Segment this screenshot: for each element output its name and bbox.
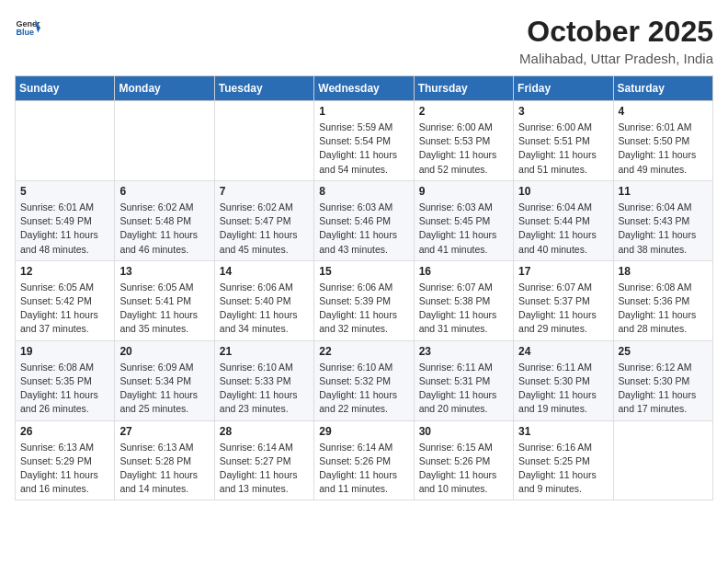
day-number: 29 — [319, 425, 408, 438]
day-info: Sunrise: 6:15 AMSunset: 5:26 PMDaylight:… — [419, 441, 508, 497]
logo-icon: General Blue — [15, 15, 40, 40]
day-info: Sunrise: 6:07 AMSunset: 5:37 PMDaylight:… — [518, 281, 608, 337]
calendar-week-row: 26Sunrise: 6:13 AMSunset: 5:29 PMDayligh… — [16, 420, 713, 500]
calendar-cell: 17Sunrise: 6:07 AMSunset: 5:37 PMDayligh… — [514, 260, 613, 340]
calendar-cell: 15Sunrise: 6:06 AMSunset: 5:39 PMDayligh… — [314, 260, 414, 340]
day-number: 9 — [419, 185, 508, 198]
day-info: Sunrise: 6:12 AMSunset: 5:30 PMDaylight:… — [619, 361, 708, 417]
calendar-week-row: 12Sunrise: 6:05 AMSunset: 5:42 PMDayligh… — [16, 260, 713, 340]
day-info: Sunrise: 6:14 AMSunset: 5:27 PMDaylight:… — [220, 441, 309, 497]
day-number: 15 — [319, 265, 408, 278]
day-info: Sunrise: 6:05 AMSunset: 5:41 PMDaylight:… — [119, 281, 209, 337]
day-info: Sunrise: 6:00 AMSunset: 5:53 PMDaylight:… — [419, 121, 508, 177]
day-number: 8 — [319, 185, 408, 198]
day-number: 7 — [220, 185, 309, 198]
calendar-week-row: 19Sunrise: 6:08 AMSunset: 5:35 PMDayligh… — [16, 340, 713, 420]
calendar-week-row: 1Sunrise: 5:59 AMSunset: 5:54 PMDaylight… — [16, 101, 713, 181]
location-title: Malihabad, Uttar Pradesh, India — [519, 51, 713, 66]
calendar-week-row: 5Sunrise: 6:01 AMSunset: 5:49 PMDaylight… — [16, 180, 713, 260]
calendar-cell: 30Sunrise: 6:15 AMSunset: 5:26 PMDayligh… — [414, 420, 513, 500]
day-number: 26 — [20, 425, 109, 438]
calendar-cell: 31Sunrise: 6:16 AMSunset: 5:25 PMDayligh… — [514, 420, 613, 500]
day-info: Sunrise: 6:10 AMSunset: 5:33 PMDaylight:… — [220, 361, 309, 417]
calendar-cell: 12Sunrise: 6:05 AMSunset: 5:42 PMDayligh… — [16, 260, 115, 340]
day-number: 4 — [619, 105, 708, 118]
day-info: Sunrise: 6:11 AMSunset: 5:31 PMDaylight:… — [419, 361, 508, 417]
calendar-cell: 5Sunrise: 6:01 AMSunset: 5:49 PMDaylight… — [16, 180, 115, 260]
calendar-cell: 14Sunrise: 6:06 AMSunset: 5:40 PMDayligh… — [214, 260, 313, 340]
title-area: October 2025 Malihabad, Uttar Pradesh, I… — [519, 15, 713, 66]
day-number: 16 — [419, 265, 508, 278]
weekday-header-thursday: Thursday — [414, 76, 513, 101]
calendar-cell: 8Sunrise: 6:03 AMSunset: 5:46 PMDaylight… — [314, 180, 414, 260]
calendar-cell: 26Sunrise: 6:13 AMSunset: 5:29 PMDayligh… — [16, 420, 115, 500]
day-number: 18 — [619, 265, 708, 278]
calendar-cell: 22Sunrise: 6:10 AMSunset: 5:32 PMDayligh… — [314, 340, 414, 420]
weekday-header-saturday: Saturday — [613, 76, 712, 101]
weekday-header-friday: Friday — [514, 76, 613, 101]
day-info: Sunrise: 6:13 AMSunset: 5:29 PMDaylight:… — [20, 441, 109, 497]
day-info: Sunrise: 6:05 AMSunset: 5:42 PMDaylight:… — [20, 281, 109, 337]
day-number: 14 — [220, 265, 309, 278]
calendar-cell: 21Sunrise: 6:10 AMSunset: 5:33 PMDayligh… — [214, 340, 313, 420]
calendar-cell: 29Sunrise: 6:14 AMSunset: 5:26 PMDayligh… — [314, 420, 414, 500]
day-info: Sunrise: 6:04 AMSunset: 5:44 PMDaylight:… — [518, 201, 608, 257]
weekday-header-sunday: Sunday — [16, 76, 115, 101]
calendar-cell: 28Sunrise: 6:14 AMSunset: 5:27 PMDayligh… — [214, 420, 313, 500]
day-number: 19 — [20, 345, 109, 358]
weekday-header-monday: Monday — [115, 76, 214, 101]
calendar-cell: 16Sunrise: 6:07 AMSunset: 5:38 PMDayligh… — [414, 260, 513, 340]
calendar-cell — [613, 420, 712, 500]
day-number: 28 — [220, 425, 309, 438]
day-number: 31 — [518, 425, 608, 438]
day-info: Sunrise: 6:03 AMSunset: 5:46 PMDaylight:… — [319, 201, 408, 257]
day-info: Sunrise: 6:13 AMSunset: 5:28 PMDaylight:… — [119, 441, 209, 497]
day-info: Sunrise: 6:09 AMSunset: 5:34 PMDaylight:… — [119, 361, 209, 417]
calendar-cell: 1Sunrise: 5:59 AMSunset: 5:54 PMDaylight… — [314, 101, 414, 181]
calendar-cell: 4Sunrise: 6:01 AMSunset: 5:50 PMDaylight… — [613, 101, 712, 181]
day-number: 12 — [20, 265, 109, 278]
calendar-cell: 9Sunrise: 6:03 AMSunset: 5:45 PMDaylight… — [414, 180, 513, 260]
calendar-cell — [214, 101, 313, 181]
day-number: 1 — [319, 105, 408, 118]
weekday-header-row: SundayMondayTuesdayWednesdayThursdayFrid… — [16, 76, 713, 101]
calendar-cell: 25Sunrise: 6:12 AMSunset: 5:30 PMDayligh… — [613, 340, 712, 420]
calendar-cell: 27Sunrise: 6:13 AMSunset: 5:28 PMDayligh… — [115, 420, 214, 500]
logo: General Blue — [15, 15, 40, 40]
calendar-cell: 13Sunrise: 6:05 AMSunset: 5:41 PMDayligh… — [115, 260, 214, 340]
calendar-cell: 7Sunrise: 6:02 AMSunset: 5:47 PMDaylight… — [214, 180, 313, 260]
day-number: 21 — [220, 345, 309, 358]
day-number: 11 — [619, 185, 708, 198]
day-info: Sunrise: 6:00 AMSunset: 5:51 PMDaylight:… — [518, 121, 608, 177]
day-info: Sunrise: 6:07 AMSunset: 5:38 PMDaylight:… — [419, 281, 508, 337]
day-info: Sunrise: 6:08 AMSunset: 5:35 PMDaylight:… — [20, 361, 109, 417]
day-info: Sunrise: 6:16 AMSunset: 5:25 PMDaylight:… — [518, 441, 608, 497]
day-number: 23 — [419, 345, 508, 358]
weekday-header-tuesday: Tuesday — [214, 76, 313, 101]
calendar-cell — [16, 101, 115, 181]
month-title: October 2025 — [519, 15, 713, 49]
day-info: Sunrise: 6:14 AMSunset: 5:26 PMDaylight:… — [319, 441, 408, 497]
day-info: Sunrise: 6:04 AMSunset: 5:43 PMDaylight:… — [619, 201, 708, 257]
day-number: 2 — [419, 105, 508, 118]
calendar-cell: 3Sunrise: 6:00 AMSunset: 5:51 PMDaylight… — [514, 101, 613, 181]
weekday-header-wednesday: Wednesday — [314, 76, 414, 101]
calendar-cell — [115, 101, 214, 181]
calendar-table: SundayMondayTuesdayWednesdayThursdayFrid… — [15, 75, 713, 500]
calendar-cell: 23Sunrise: 6:11 AMSunset: 5:31 PMDayligh… — [414, 340, 513, 420]
day-info: Sunrise: 6:02 AMSunset: 5:48 PMDaylight:… — [119, 201, 209, 257]
calendar-cell: 10Sunrise: 6:04 AMSunset: 5:44 PMDayligh… — [514, 180, 613, 260]
day-info: Sunrise: 5:59 AMSunset: 5:54 PMDaylight:… — [319, 121, 408, 177]
calendar-cell: 6Sunrise: 6:02 AMSunset: 5:48 PMDaylight… — [115, 180, 214, 260]
day-number: 5 — [20, 185, 109, 198]
day-number: 6 — [119, 185, 209, 198]
day-number: 27 — [119, 425, 209, 438]
day-info: Sunrise: 6:10 AMSunset: 5:32 PMDaylight:… — [319, 361, 408, 417]
day-number: 24 — [518, 345, 608, 358]
day-info: Sunrise: 6:01 AMSunset: 5:49 PMDaylight:… — [20, 201, 109, 257]
day-number: 17 — [518, 265, 608, 278]
day-info: Sunrise: 6:03 AMSunset: 5:45 PMDaylight:… — [419, 201, 508, 257]
day-info: Sunrise: 6:06 AMSunset: 5:40 PMDaylight:… — [220, 281, 309, 337]
calendar-cell: 18Sunrise: 6:08 AMSunset: 5:36 PMDayligh… — [613, 260, 712, 340]
day-info: Sunrise: 6:06 AMSunset: 5:39 PMDaylight:… — [319, 281, 408, 337]
